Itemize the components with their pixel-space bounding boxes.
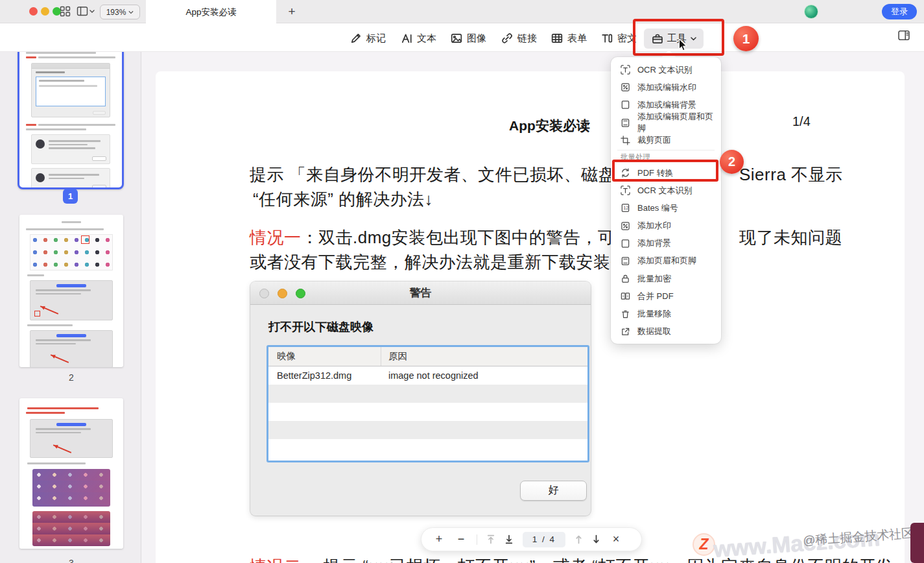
thumb-panel-sketch bbox=[30, 280, 113, 320]
close-navigation-button[interactable]: × bbox=[610, 533, 622, 546]
login-button[interactable]: 登录 bbox=[882, 4, 917, 19]
header-footer-icon bbox=[621, 256, 630, 266]
watermark-corner-graphic bbox=[910, 523, 924, 563]
cell-image-name: BetterZip312.dmg bbox=[268, 366, 381, 385]
zoom-level-dropdown[interactable]: 193% bbox=[100, 5, 140, 19]
toolbar-item-markup[interactable]: 标记 bbox=[350, 29, 386, 48]
menu-item-edit-header-footer[interactable]: 添加或编辑页眉和页脚 bbox=[611, 114, 721, 132]
doc-text-line: 现了未知问题 bbox=[739, 226, 842, 249]
dialog-table-empty-row bbox=[268, 385, 587, 403]
doc-text-fragment: ： 提示 “××已损坏，打不开××”，或者 “打不开××，因为它来自身份不明的开… bbox=[302, 557, 892, 563]
page-number-input[interactable]: 1 / 4 bbox=[523, 532, 565, 547]
lock-icon bbox=[621, 274, 630, 283]
dialog-minimize-light bbox=[278, 289, 287, 298]
document-title: App安装必读 bbox=[490, 117, 610, 135]
menu-item-add-background[interactable]: 添加背景 bbox=[611, 235, 721, 252]
minimize-window-button[interactable] bbox=[41, 7, 49, 16]
zoom-in-button[interactable]: + bbox=[432, 533, 445, 546]
menu-item-ocr[interactable]: OCR 文本识别 bbox=[611, 61, 721, 78]
toolbar-item-label: 文本 bbox=[417, 32, 436, 45]
toolbar-item-redact[interactable]: 密文 bbox=[601, 29, 637, 48]
menu-item-ocr-2[interactable]: OCR 文本识别 bbox=[611, 182, 721, 199]
ocr-icon bbox=[621, 65, 630, 75]
pen-icon bbox=[350, 32, 362, 44]
macz-logo: Z bbox=[693, 533, 715, 556]
thumb-sketch bbox=[19, 54, 122, 58]
tools-dropdown-menu: OCR 文本识别 添加或编辑水印 添加或编辑背景 添加或编辑页眉和页脚 裁剪页面… bbox=[611, 57, 721, 344]
menu-item-add-header-footer[interactable]: 添加页眉和页脚 bbox=[611, 252, 721, 270]
link-icon bbox=[501, 32, 513, 44]
tab-app-install-guide[interactable]: App安装必读 bbox=[146, 0, 276, 24]
thumb-panel-sketch bbox=[30, 330, 113, 367]
text-icon bbox=[401, 32, 412, 44]
toolbar-item-image[interactable]: 图像 bbox=[451, 29, 486, 48]
page-thumbnail-3[interactable] bbox=[19, 398, 123, 549]
merge-icon bbox=[621, 291, 630, 301]
dialog-zoom-light bbox=[296, 289, 305, 298]
annotation-step-2-badge: 2 bbox=[720, 150, 744, 174]
menu-item-merge-pdf[interactable]: 合并 PDF bbox=[611, 287, 721, 305]
column-header-image: 映像 bbox=[268, 347, 381, 366]
menu-item-add-watermark[interactable]: 添加水印 bbox=[611, 217, 721, 235]
toolbar-item-form[interactable]: 表单 bbox=[551, 29, 587, 48]
dialog-titlebar: 警告 bbox=[250, 282, 591, 305]
grid-view-icon[interactable] bbox=[60, 6, 71, 19]
doc-case-label: 情况一 bbox=[250, 228, 302, 247]
divider bbox=[477, 534, 477, 545]
next-page-button[interactable] bbox=[592, 534, 600, 544]
sidebar-toggle-icon[interactable] bbox=[77, 6, 95, 19]
menu-item-label: 合并 PDF bbox=[637, 291, 674, 302]
cell-reason: image not recognized bbox=[381, 370, 479, 381]
thumb-launchpad-sketch bbox=[32, 511, 110, 546]
dialog-table-header: 映像 原因 bbox=[268, 347, 587, 366]
thumb-dialog-sketch bbox=[31, 63, 110, 117]
close-window-button[interactable] bbox=[29, 7, 38, 16]
last-page-button[interactable] bbox=[504, 534, 514, 544]
toolbar-item-text[interactable]: 文本 bbox=[401, 29, 436, 48]
page-2-label: 2 bbox=[58, 372, 84, 383]
toolbar-item-label: 图像 bbox=[467, 32, 486, 45]
dialog-table: 映像 原因 BetterZip312.dmg image not recogni… bbox=[267, 345, 589, 462]
menu-item-label: 添加背景 bbox=[637, 237, 671, 249]
extract-icon bbox=[621, 327, 630, 337]
header-footer-icon bbox=[621, 118, 630, 128]
menu-item-bates-numbering[interactable]: 12 Bates 编号 bbox=[611, 199, 721, 217]
new-tab-button[interactable]: + bbox=[283, 3, 300, 20]
titlebar: 193% App安装必读 + 登录 bbox=[0, 0, 924, 23]
thumb-sketch bbox=[62, 221, 81, 223]
previous-page-button[interactable] bbox=[575, 534, 583, 544]
thumb-dialog-sketch bbox=[31, 134, 110, 164]
page-thumbnail-1[interactable] bbox=[18, 30, 124, 189]
account-avatar[interactable] bbox=[804, 5, 818, 19]
dialog-table-row: BetterZip312.dmg image not recognized bbox=[268, 366, 587, 385]
menu-item-label: OCR 文本识别 bbox=[637, 185, 693, 197]
menu-divider bbox=[617, 150, 715, 150]
thumb-sketch bbox=[26, 412, 65, 414]
app-window: 193% App安装必读 + 登录 标记 文本 图像 链接 表单 密文 工具 bbox=[0, 0, 924, 563]
thumb-appgrid-sketch bbox=[30, 234, 113, 270]
doc-case-label: 情况二 bbox=[250, 557, 302, 563]
menu-item-label: 添加水印 bbox=[637, 220, 671, 232]
menu-item-label: Bates 编号 bbox=[637, 202, 678, 214]
zoom-out-button[interactable]: − bbox=[455, 533, 468, 546]
menu-item-data-extract[interactable]: 数据提取 bbox=[611, 323, 721, 341]
thumb-panel-sketch bbox=[30, 419, 113, 458]
menu-item-batch-encrypt[interactable]: 批量加密 bbox=[611, 270, 721, 287]
menu-item-label: 批量移除 bbox=[637, 308, 671, 320]
background-icon bbox=[621, 100, 630, 110]
thumb-sketch bbox=[19, 121, 122, 126]
first-page-button[interactable] bbox=[486, 534, 495, 544]
toolbar-item-link[interactable]: 链接 bbox=[501, 29, 537, 48]
warning-dialog-screenshot: 警告 打不开以下磁盘映像 映像 原因 BetterZip312.dmg imag… bbox=[250, 282, 591, 516]
thumb-sketch bbox=[26, 128, 86, 130]
thumb-sketch bbox=[26, 228, 104, 230]
toolbar-item-label: 链接 bbox=[517, 32, 537, 45]
doc-text-line: 情况一：双击.dmg安装包出现下图中的警告，可能是文 bbox=[250, 226, 667, 249]
tab-title: App安装必读 bbox=[185, 6, 236, 18]
menu-item-edit-watermark[interactable]: 添加或编辑水印 bbox=[611, 78, 721, 96]
thumb-launchpad-sketch bbox=[32, 469, 110, 507]
dialog-close-light bbox=[259, 289, 269, 298]
page-thumbnail-2[interactable] bbox=[19, 215, 123, 367]
menu-item-batch-remove[interactable]: 批量移除 bbox=[611, 305, 721, 322]
right-panel-toggle-icon[interactable] bbox=[897, 30, 910, 43]
